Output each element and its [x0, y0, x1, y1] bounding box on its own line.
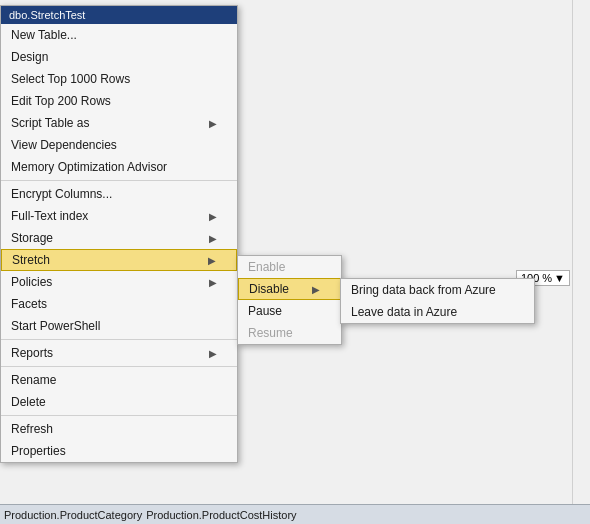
menu-item-new-table[interactable]: New Table... — [1, 24, 237, 46]
menu-item-reports[interactable]: Reports ▶ — [1, 342, 237, 364]
policies-arrow: ▶ — [209, 277, 217, 288]
stretch-menu-enable[interactable]: Enable — [238, 256, 341, 278]
fulltext-arrow: ▶ — [209, 211, 217, 222]
context-menu: dbo.StretchTest New Table... Design Sele… — [0, 5, 238, 463]
menu-item-refresh[interactable]: Refresh — [1, 418, 237, 440]
menu-item-start-ps[interactable]: Start PowerShell — [1, 315, 237, 337]
menu-item-design[interactable]: Design — [1, 46, 237, 68]
menu-item-stretch[interactable]: Stretch ▶ — [1, 249, 237, 271]
stretch-arrow: ▶ — [208, 255, 216, 266]
separator-2 — [1, 339, 237, 340]
menu-item-delete[interactable]: Delete — [1, 391, 237, 413]
disable-menu-leave-data[interactable]: Leave data in Azure — [341, 301, 534, 323]
stretch-menu-resume[interactable]: Resume — [238, 322, 341, 344]
menu-item-view-deps[interactable]: View Dependencies — [1, 134, 237, 156]
separator-4 — [1, 415, 237, 416]
menu-item-encrypt-cols[interactable]: Encrypt Columns... — [1, 183, 237, 205]
menu-item-facets[interactable]: Facets — [1, 293, 237, 315]
menu-item-rename[interactable]: Rename — [1, 369, 237, 391]
context-menu-title: dbo.StretchTest — [1, 6, 237, 24]
menu-item-fulltext[interactable]: Full-Text index ▶ — [1, 205, 237, 227]
menu-item-script-table[interactable]: Script Table as ▶ — [1, 112, 237, 134]
menu-item-storage[interactable]: Storage ▶ — [1, 227, 237, 249]
status-item-2: Production.ProductCostHistory — [146, 509, 296, 521]
menu-item-memory-opt[interactable]: Memory Optimization Advisor — [1, 156, 237, 178]
separator-1 — [1, 180, 237, 181]
storage-arrow: ▶ — [209, 233, 217, 244]
stretch-submenu: Enable Disable ▶ Pause Resume — [237, 255, 342, 345]
status-item-1: Production.ProductCategory — [4, 509, 142, 521]
disable-arrow: ▶ — [312, 284, 320, 295]
separator-3 — [1, 366, 237, 367]
menu-item-select-top[interactable]: Select Top 1000 Rows — [1, 68, 237, 90]
stretch-menu-disable[interactable]: Disable ▶ — [238, 278, 341, 300]
script-table-arrow: ▶ — [209, 118, 217, 129]
disable-menu-bring-back[interactable]: Bring data back from Azure — [341, 279, 534, 301]
status-bar: Production.ProductCategory Production.Pr… — [0, 504, 590, 524]
reports-arrow: ▶ — [209, 348, 217, 359]
stretch-menu-pause[interactable]: Pause — [238, 300, 341, 322]
menu-item-properties[interactable]: Properties — [1, 440, 237, 462]
vertical-scrollbar[interactable] — [572, 0, 590, 524]
menu-item-policies[interactable]: Policies ▶ — [1, 271, 237, 293]
menu-item-edit-top[interactable]: Edit Top 200 Rows — [1, 90, 237, 112]
zoom-dropdown-icon[interactable]: ▼ — [554, 272, 565, 284]
disable-submenu: Bring data back from Azure Leave data in… — [340, 278, 535, 324]
